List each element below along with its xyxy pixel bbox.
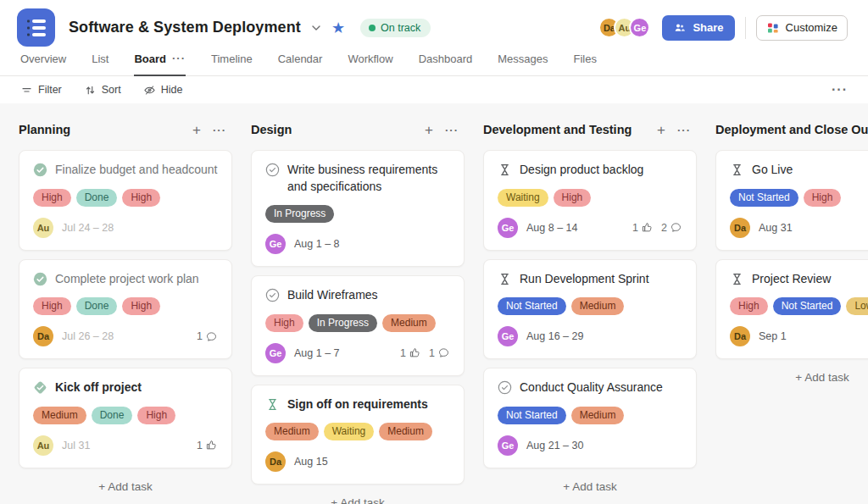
assignee-avatar[interactable]: Da: [33, 326, 53, 346]
tab-messages[interactable]: Messages: [498, 53, 548, 75]
assignee-avatar[interactable]: Da: [730, 218, 750, 238]
task-title[interactable]: Conduct Quality Assurance: [520, 379, 663, 396]
assignee-avatar[interactable]: Da: [265, 451, 286, 472]
tag[interactable]: In Progress: [309, 314, 377, 332]
task-title[interactable]: Finalize budget and headcount: [55, 162, 217, 179]
title-chevron-down-icon[interactable]: [309, 21, 323, 35]
tag[interactable]: Medium: [265, 423, 319, 440]
add-task-button[interactable]: + Add task: [19, 480, 232, 493]
tag[interactable]: High: [730, 297, 768, 315]
tag[interactable]: Waiting: [324, 423, 375, 440]
column-more-icon[interactable]: ···: [671, 125, 697, 136]
tag[interactable]: High: [122, 189, 160, 207]
tag[interactable]: High: [33, 189, 71, 207]
add-card-plus-icon[interactable]: +: [419, 123, 439, 137]
task-card[interactable]: Complete project work plan High Done Hig…: [19, 259, 232, 360]
tag[interactable]: Not Started: [730, 189, 798, 207]
approval-hourglass-icon[interactable]: [498, 272, 512, 286]
tag[interactable]: High: [137, 407, 175, 424]
task-title[interactable]: Sign off on requirements: [287, 396, 428, 413]
tag[interactable]: Medium: [33, 407, 86, 424]
project-icon[interactable]: [17, 8, 55, 47]
tab-calendar[interactable]: Calendar: [278, 53, 323, 75]
assignee-avatar[interactable]: Ge: [265, 343, 286, 363]
tag[interactable]: Done: [76, 189, 118, 207]
share-button[interactable]: Share: [662, 15, 734, 41]
member-avatars[interactable]: Da Au Ge: [598, 17, 650, 38]
star-icon[interactable]: ★: [331, 20, 345, 36]
sort-button[interactable]: Sort: [84, 84, 121, 97]
tag[interactable]: High: [265, 314, 303, 332]
tag[interactable]: Done: [76, 297, 118, 315]
task-title[interactable]: Complete project work plan: [55, 271, 199, 288]
milestone-check-icon[interactable]: [33, 380, 47, 395]
tag[interactable]: Done: [92, 407, 133, 424]
completed-check-icon[interactable]: [33, 272, 47, 286]
tag[interactable]: High: [33, 297, 71, 315]
completed-check-icon[interactable]: [33, 163, 47, 177]
tag[interactable]: High: [554, 189, 592, 207]
task-title[interactable]: Kick off project: [55, 379, 142, 396]
tag[interactable]: Not Started: [498, 407, 566, 424]
task-title[interactable]: Design product backlog: [520, 162, 643, 179]
filter-button[interactable]: Filter: [20, 84, 62, 97]
tag[interactable]: High: [804, 189, 842, 207]
task-card[interactable]: Project Review High Not Started Low Da S…: [715, 259, 868, 360]
task-title[interactable]: Project Review: [752, 271, 831, 288]
approval-hourglass-icon[interactable]: [730, 163, 744, 177]
task-card[interactable]: Run Development Sprint Not Started Mediu…: [483, 259, 697, 360]
add-task-button[interactable]: + Add task: [251, 496, 465, 504]
task-card[interactable]: Go Live Not Started High Da Aug 31: [715, 150, 868, 251]
approval-hourglass-icon[interactable]: [498, 163, 512, 177]
task-card[interactable]: Conduct Quality Assurance Not Started Me…: [483, 368, 697, 468]
tag[interactable]: Not Started: [773, 297, 842, 315]
task-title[interactable]: Build Wireframes: [287, 287, 378, 304]
task-card[interactable]: Build Wireframes High In Progress Medium…: [251, 275, 465, 376]
hide-button[interactable]: Hide: [143, 84, 183, 97]
add-card-plus-icon[interactable]: +: [651, 123, 671, 137]
task-card[interactable]: Finalize budget and headcount High Done …: [19, 150, 232, 251]
assignee-avatar[interactable]: Au: [33, 435, 53, 456]
tab-overview[interactable]: Overview: [20, 53, 66, 75]
tab-more-icon[interactable]: ···: [172, 53, 186, 64]
approval-hourglass-icon[interactable]: [730, 272, 744, 286]
tab-board[interactable]: Board ···: [134, 53, 186, 76]
tab-files[interactable]: Files: [573, 53, 596, 75]
add-task-button[interactable]: + Add task: [483, 480, 697, 493]
add-task-button[interactable]: + Add task: [715, 371, 868, 384]
tag[interactable]: Not Started: [498, 297, 566, 315]
task-card[interactable]: Design product backlog Waiting High Ge A…: [483, 150, 697, 251]
approval-hourglass-icon[interactable]: [265, 397, 280, 412]
customize-button[interactable]: Customize: [756, 15, 848, 41]
check-circle-icon[interactable]: [498, 380, 512, 395]
tab-dashboard[interactable]: Dashboard: [419, 53, 473, 75]
tab-timeline[interactable]: Timeline: [211, 53, 253, 75]
tab-list[interactable]: List: [92, 53, 108, 75]
tag[interactable]: In Progress: [265, 205, 334, 223]
column-more-icon[interactable]: ···: [207, 125, 232, 136]
tag[interactable]: High: [122, 297, 160, 315]
check-circle-icon[interactable]: [265, 163, 280, 177]
tag[interactable]: Medium: [382, 314, 436, 332]
assignee-avatar[interactable]: Ge: [498, 435, 518, 456]
assignee-avatar[interactable]: Au: [33, 218, 53, 238]
task-card[interactable]: Sign off on requirements Medium Waiting …: [251, 385, 465, 485]
task-card[interactable]: Write business requirements and specific…: [251, 150, 465, 267]
assignee-avatar[interactable]: Ge: [265, 234, 286, 254]
assignee-avatar[interactable]: Ge: [498, 326, 518, 346]
toolbar-more-icon[interactable]: ···: [832, 82, 848, 97]
add-card-plus-icon[interactable]: +: [186, 123, 207, 137]
tag[interactable]: Waiting: [498, 189, 548, 207]
tag[interactable]: Low: [846, 297, 868, 315]
assignee-avatar[interactable]: Da: [730, 326, 750, 346]
tag[interactable]: Medium: [379, 423, 432, 440]
task-title[interactable]: Run Development Sprint: [520, 271, 649, 288]
check-circle-icon[interactable]: [265, 288, 280, 302]
tag[interactable]: Medium: [571, 407, 625, 424]
avatar[interactable]: Ge: [629, 17, 650, 38]
tag[interactable]: Medium: [571, 297, 625, 315]
column-more-icon[interactable]: ···: [439, 125, 465, 136]
task-title[interactable]: Go Live: [752, 162, 793, 179]
task-card[interactable]: Kick off project Medium Done High Au Jul…: [19, 368, 232, 468]
status-badge[interactable]: On track: [360, 19, 431, 37]
